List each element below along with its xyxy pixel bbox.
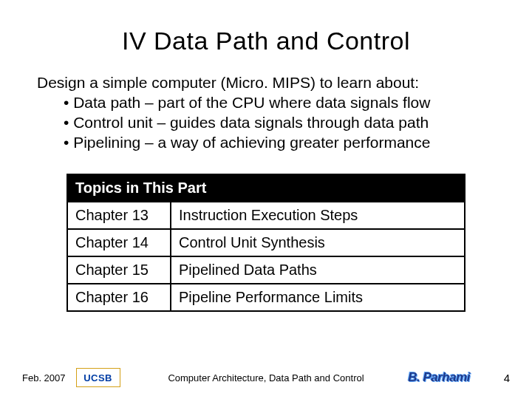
table-row: Chapter 14 Control Unit Synthesis	[67, 229, 465, 256]
topics-table: Topics in This Part Chapter 13 Instructi…	[66, 174, 466, 312]
footer-date: Feb. 2007	[22, 372, 66, 383]
footer: Feb. 2007 UCSB Computer Architecture, Da…	[0, 368, 532, 387]
footer-left: Feb. 2007 UCSB	[22, 368, 140, 387]
chapter-title-cell: Pipeline Performance Limits	[171, 284, 465, 311]
ucsb-logo-icon: UCSB	[76, 368, 120, 387]
ucsb-logo-text: UCSB	[83, 372, 112, 383]
table-header-row: Topics in This Part	[67, 174, 465, 202]
footer-center: Computer Architecture, Data Path and Con…	[140, 372, 392, 383]
chapter-cell: Chapter 16	[67, 284, 171, 311]
slide: IV Data Path and Control Design a simple…	[0, 0, 532, 399]
table-row: Chapter 15 Pipelined Data Paths	[67, 256, 465, 284]
chapter-title-cell: Control Unit Synthesis	[171, 229, 465, 256]
chapter-cell: Chapter 15	[67, 256, 171, 284]
chapter-cell: Chapter 14	[67, 229, 171, 256]
intro-bullet: Control unit – guides data signals throu…	[37, 113, 495, 133]
intro-bullet: Pipelining – a way of achieving greater …	[37, 133, 495, 153]
chapter-title-cell: Instruction Execution Steps	[171, 202, 465, 229]
table-row: Chapter 16 Pipeline Performance Limits	[67, 284, 465, 311]
intro-lead: Design a simple computer (Micro. MIPS) t…	[37, 73, 495, 93]
intro-bullet: Data path – part of the CPU where data s…	[37, 93, 495, 113]
slide-title: IV Data Path and Control	[37, 27, 495, 55]
topics-header: Topics in This Part	[67, 174, 465, 202]
table-row: Chapter 13 Instruction Execution Steps	[67, 202, 465, 229]
footer-right: B. Parhami 4	[392, 370, 510, 385]
intro-block: Design a simple computer (Micro. MIPS) t…	[37, 73, 495, 153]
chapter-title-cell: Pipelined Data Paths	[171, 256, 465, 284]
author-name: B. Parhami	[408, 370, 470, 385]
page-number: 4	[480, 372, 510, 384]
chapter-cell: Chapter 13	[67, 202, 171, 229]
